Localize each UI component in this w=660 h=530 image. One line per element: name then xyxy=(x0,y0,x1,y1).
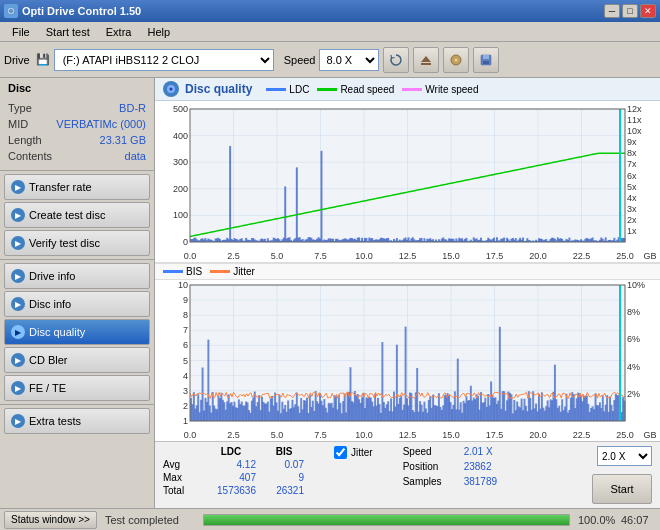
speed-position-stats: Speed 2.01 X Position 23862 Samples 3817… xyxy=(403,446,509,487)
status-text: Test completed xyxy=(105,514,195,526)
create-test-disc-icon: ▶ xyxy=(11,208,25,222)
contents-value: data xyxy=(125,148,146,164)
status-window-button[interactable]: Status window >> xyxy=(4,511,97,529)
disc-info-section: Type BD-R MID VERBATIMc (000) Length 23.… xyxy=(0,96,154,168)
sidebar-btn-cd-bler[interactable]: ▶ CD Bler xyxy=(4,347,150,373)
menu-file[interactable]: File xyxy=(4,24,38,40)
status-bar: Status window >> Test completed 100.0% 4… xyxy=(0,508,660,530)
progress-text: 100.0% xyxy=(578,514,613,526)
stats-headers: LDC BIS xyxy=(163,446,304,457)
sidebar-btn-fe-te[interactable]: ▶ FE / TE xyxy=(4,375,150,401)
ldc-legend-label: LDC xyxy=(289,84,309,95)
save-button[interactable] xyxy=(473,47,499,73)
bis-legend-label: BIS xyxy=(186,266,202,277)
samples-row: Samples 381789 xyxy=(403,476,509,487)
svg-point-10 xyxy=(170,88,173,91)
close-button[interactable]: ✕ xyxy=(640,4,656,18)
write-color xyxy=(402,88,422,91)
avg-bis-value: 0.07 xyxy=(264,459,304,470)
sidebar-btn-disc-quality[interactable]: ▶ Disc quality xyxy=(4,319,150,345)
ldc-color xyxy=(266,88,286,91)
avg-ldc-value: 4.12 xyxy=(206,459,256,470)
bis-color xyxy=(163,270,183,273)
svg-marker-2 xyxy=(421,56,431,62)
content-area: Disc quality LDC Read speed Write speed xyxy=(155,78,660,508)
write-legend-label: Write speed xyxy=(425,84,478,95)
svg-point-5 xyxy=(455,58,458,61)
disc-quality-icon: ▶ xyxy=(11,325,25,339)
refresh-button[interactable] xyxy=(383,47,409,73)
speed-stat-label: Speed xyxy=(403,446,458,457)
samples-value: 381789 xyxy=(464,476,509,487)
start-button[interactable]: Start xyxy=(592,474,652,504)
bis-canvas xyxy=(155,280,660,441)
drive-info-label: Drive info xyxy=(29,270,75,282)
speed-select[interactable]: 8.0 X xyxy=(319,49,379,71)
chart-header: Disc quality LDC Read speed Write speed xyxy=(155,78,660,101)
svg-point-1 xyxy=(9,9,13,13)
disc-button[interactable] xyxy=(443,47,469,73)
charts-container: BIS Jitter LDC BIS xyxy=(155,101,660,508)
jitter-checkbox-row[interactable]: Jitter xyxy=(334,446,373,459)
drive-label: Drive xyxy=(4,54,30,66)
spacer xyxy=(163,446,198,457)
chart-legend: LDC Read speed Write speed xyxy=(266,84,478,95)
sidebar-btn-disc-info[interactable]: ▶ Disc info xyxy=(4,291,150,317)
drive-select[interactable]: (F:) ATAPI iHBS112 2 CLOJ xyxy=(54,49,274,71)
verify-test-disc-icon: ▶ xyxy=(11,236,25,250)
fe-te-icon: ▶ xyxy=(11,381,25,395)
type-label: Type xyxy=(8,100,32,116)
sidebar-btn-verify-test-disc[interactable]: ▶ Verify test disc xyxy=(4,230,150,256)
sidebar: Disc Type BD-R MID VERBATIMc (000) Lengt… xyxy=(0,78,155,508)
menu-start-test[interactable]: Start test xyxy=(38,24,98,40)
test-speed-dropdown[interactable]: 2.0 X xyxy=(597,446,652,466)
sidebar-btn-extra-tests[interactable]: ▶ Extra tests xyxy=(4,408,150,434)
max-row: Max 407 9 xyxy=(163,472,304,483)
contents-label: Contents xyxy=(8,148,52,164)
bis-chart-area xyxy=(155,280,660,441)
mid-label: MID xyxy=(8,116,28,132)
menu-extra[interactable]: Extra xyxy=(98,24,140,40)
total-bis-value: 26321 xyxy=(264,485,304,496)
cd-bler-label: CD Bler xyxy=(29,354,68,366)
verify-test-disc-label: Verify test disc xyxy=(29,237,100,249)
app-icon xyxy=(4,4,18,18)
svg-rect-3 xyxy=(421,63,431,65)
ldc-canvas xyxy=(155,101,660,262)
length-label: Length xyxy=(8,132,42,148)
progress-bar-container xyxy=(203,514,570,526)
sidebar-btn-create-test-disc[interactable]: ▶ Create test disc xyxy=(4,202,150,228)
mid-value: VERBATIMc (000) xyxy=(56,116,146,132)
fe-te-label: FE / TE xyxy=(29,382,66,394)
chart-title: Disc quality xyxy=(185,82,252,96)
maximize-button[interactable]: □ xyxy=(622,4,638,18)
jitter-checkbox[interactable] xyxy=(334,446,347,459)
disc-quality-header-icon xyxy=(163,81,179,97)
max-bis-value: 9 xyxy=(264,472,304,483)
sidebar-btn-drive-info[interactable]: ▶ Drive info xyxy=(4,263,150,289)
jitter-color xyxy=(210,270,230,273)
disc-info-label: Disc info xyxy=(29,298,71,310)
transfer-rate-label: Transfer rate xyxy=(29,181,92,193)
jitter-checkbox-label: Jitter xyxy=(351,447,373,458)
disc-quality-label: Disc quality xyxy=(29,326,85,338)
avg-label: Avg xyxy=(163,459,198,470)
minimize-button[interactable]: ─ xyxy=(604,4,620,18)
menu-help[interactable]: Help xyxy=(139,24,178,40)
speed-label: Speed xyxy=(284,54,316,66)
svg-rect-8 xyxy=(483,61,489,64)
read-color xyxy=(317,88,337,91)
bis-legend: BIS xyxy=(163,266,202,277)
sidebar-btn-transfer-rate[interactable]: ▶ Transfer rate xyxy=(4,174,150,200)
toolbar: Drive 💾 (F:) ATAPI iHBS112 2 CLOJ Speed … xyxy=(0,42,660,78)
read-legend-label: Read speed xyxy=(340,84,394,95)
ldc-bis-stats: LDC BIS Avg 4.12 0.07 Max 407 9 Total xyxy=(163,446,304,496)
time-text: 46:07 xyxy=(621,514,656,526)
progress-bar-fill xyxy=(204,515,569,525)
disc-section-title: Disc xyxy=(0,78,154,96)
drive-info-icon: ▶ xyxy=(11,269,25,283)
position-label: Position xyxy=(403,461,458,472)
start-section: 2.0 X Start xyxy=(592,446,652,504)
eject-button[interactable] xyxy=(413,47,439,73)
bis-legend-bar: BIS Jitter xyxy=(155,263,660,280)
